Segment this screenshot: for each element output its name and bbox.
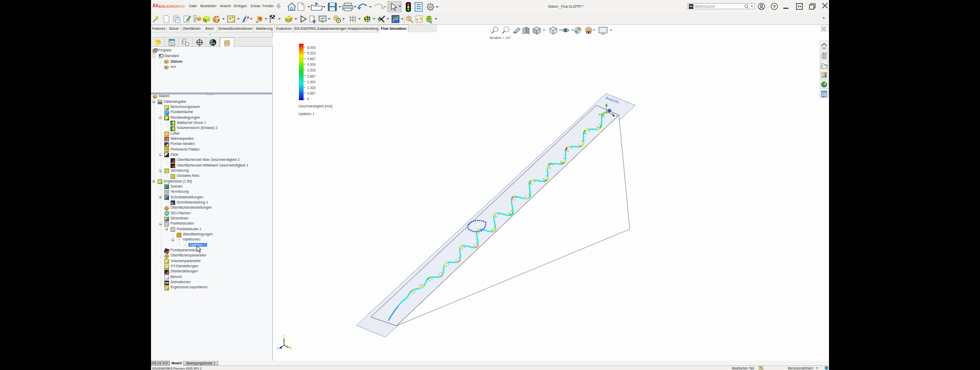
svg-text:3.333: 3.333 xyxy=(307,68,316,72)
svg-text:Geschwindigkeit [m/s]: Geschwindigkeit [m/s] xyxy=(298,104,332,108)
svg-text:2.667: 2.667 xyxy=(307,75,316,78)
svg-text:1.333: 1.333 xyxy=(307,86,316,89)
svg-text:2.000: 2.000 xyxy=(307,80,316,84)
svg-text:?: ? xyxy=(773,4,776,9)
svg-text:Injektion 1: Injektion 1 xyxy=(298,112,314,116)
svg-text:0: 0 xyxy=(307,97,309,101)
svg-text:X: X xyxy=(616,115,618,118)
svg-text:5.333: 5.333 xyxy=(307,51,316,55)
svg-text:4.000: 4.000 xyxy=(307,63,316,66)
svg-text:6.000: 6.000 xyxy=(307,46,316,49)
svg-text:0.667: 0.667 xyxy=(307,91,316,95)
svg-text:Iteration = 147: Iteration = 147 xyxy=(489,36,511,40)
svg-text:Y: Y xyxy=(283,334,285,337)
svg-text:4.667: 4.667 xyxy=(307,57,316,61)
svg-text:Z: Z xyxy=(276,347,278,350)
